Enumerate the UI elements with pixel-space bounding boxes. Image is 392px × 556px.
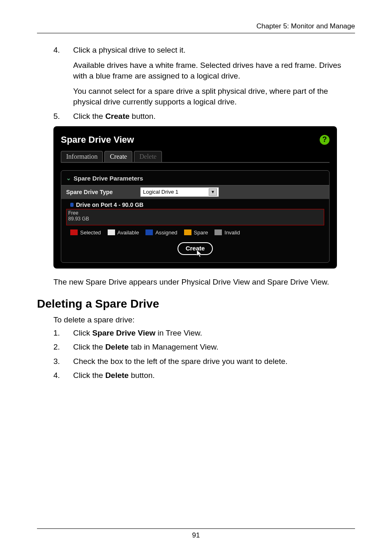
step-number: 4. [53, 370, 63, 381]
legend-label: Assigned [155, 229, 177, 236]
page-number: 91 [37, 531, 355, 540]
step-text: Click the Create button. [73, 111, 156, 122]
step-text: You cannot select for a spare drive a sp… [73, 86, 355, 108]
view-title: Spare Drive View [61, 134, 134, 145]
cursor-icon [196, 250, 203, 258]
step-number: 3. [53, 356, 63, 367]
drive-port-caption: Drive on Port 4 - 90.0 GB [61, 199, 329, 208]
swatch-selected [70, 229, 78, 235]
step-text: Click a physical drive to select it. [73, 45, 355, 56]
step-a-5: 5. Click the Create button. [53, 111, 355, 122]
legend-label: Selected [80, 229, 101, 236]
legend-label: Invalid [224, 229, 240, 236]
panel-heading: ⌄ Spare Drive Parameters [61, 175, 329, 185]
swatch-spare [184, 229, 191, 235]
caption-text: The new Spare Drive appears under Physic… [53, 278, 355, 287]
param-row: Spare Drive Type Logical Drive 1 ▼ [61, 185, 329, 199]
step-b-2: 2. Click the Delete tab in Management Vi… [53, 342, 355, 353]
chevron-down-icon: ⌄ [66, 175, 71, 181]
step-number: 2. [53, 342, 63, 353]
free-line2: 89.93 GB [68, 216, 322, 222]
legend-invalid: Invalid [214, 229, 240, 236]
step-b-4: 4. Click the Delete button. [53, 370, 355, 381]
drive-icon [70, 203, 74, 207]
step-list-a: 4. Click a physical drive to select it. … [53, 45, 355, 122]
step-b-1: 1. Click Spare Drive View in Tree View. [53, 328, 355, 339]
tab-information[interactable]: Information [61, 151, 103, 162]
step-b-3: 3. Check the box to the left of the spar… [53, 356, 355, 367]
legend-assigned: Assigned [145, 229, 177, 236]
legend-label: Available [118, 229, 139, 236]
swatch-assigned [145, 229, 153, 235]
step-text: Click the Delete button. [73, 370, 155, 381]
help-icon[interactable]: ? [320, 135, 330, 145]
step-text: Check the box to the left of the spare d… [73, 356, 288, 367]
step-text: Available drives have a white frame. Sel… [73, 60, 355, 82]
section-heading: Deleting a Spare Drive [37, 297, 355, 310]
step-number: 1. [53, 328, 63, 339]
legend-available: Available [108, 229, 139, 236]
param-label: Spare Drive Type [66, 189, 140, 195]
step-number: 5. [53, 111, 63, 122]
swatch-invalid [214, 229, 222, 235]
step-a-4: 4. Click a physical drive to select it. … [53, 45, 355, 108]
tabstrip: Information Create Delete [61, 151, 330, 163]
running-head: Chapter 5: Monitor and Manage [37, 22, 355, 30]
legend-label: Spare [194, 229, 208, 236]
step-number: 4. [53, 45, 63, 108]
swatch-available [108, 229, 115, 235]
tab-delete: Delete [134, 151, 162, 162]
panel-heading-label: Spare Drive Parameters [74, 175, 143, 182]
drive-free-block[interactable]: Free 89.93 GB [66, 209, 324, 225]
spare-drive-view-screenshot: Spare Drive View ? Information Create De… [53, 126, 337, 269]
parameters-panel: ⌄ Spare Drive Parameters Spare Drive Typ… [61, 170, 330, 263]
legend-spare: Spare [184, 229, 208, 236]
header-rule [37, 33, 355, 33]
step-text: Click the Delete tab in Management View. [73, 342, 218, 353]
legend-selected: Selected [70, 229, 101, 236]
dropdown-arrow-icon[interactable]: ▼ [209, 188, 217, 196]
spare-drive-type-select[interactable]: Logical Drive 1 ▼ [140, 187, 219, 197]
create-button[interactable]: Create [178, 242, 213, 255]
delete-intro: To delete a spare drive: [53, 315, 355, 324]
tab-create[interactable]: Create [104, 151, 132, 162]
legend: Selected Available Assigned Spare Invali… [61, 225, 329, 236]
combo-value: Logical Drive 1 [143, 189, 178, 195]
drive-port-label: Drive on Port 4 - 90.0 GB [76, 202, 143, 208]
step-list-b: 1. Click Spare Drive View in Tree View. … [53, 328, 355, 381]
step-text: Click Spare Drive View in Tree View. [73, 328, 202, 339]
free-line1: Free [68, 210, 322, 216]
footer-rule [37, 528, 355, 529]
